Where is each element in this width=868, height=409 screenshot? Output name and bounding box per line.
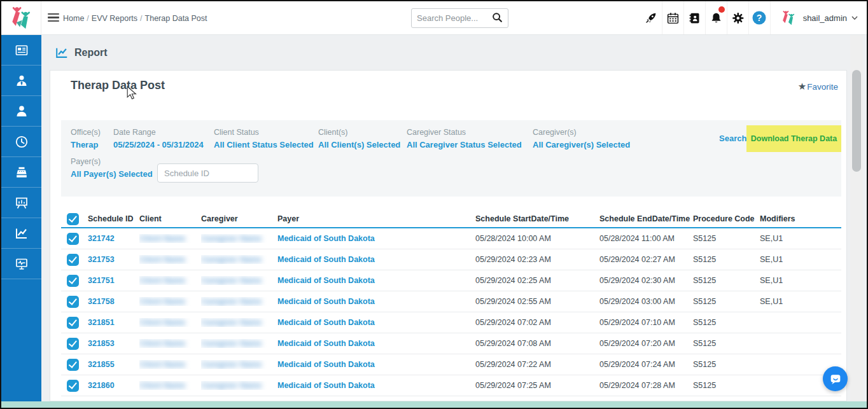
breadcrumb-current: Therap Data Post xyxy=(145,14,207,23)
user-menu[interactable]: shail_admin xyxy=(770,1,862,34)
chat-launcher-button[interactable] xyxy=(823,366,848,391)
settings-gear-icon[interactable] xyxy=(727,1,748,34)
favorite-star-icon: ★ xyxy=(798,81,806,92)
schedule-id-link[interactable]: 321753 xyxy=(88,255,139,264)
table-row: 321851Client NameCaregiver NameMedicaid … xyxy=(61,312,841,333)
menu-hamburger-icon[interactable] xyxy=(48,13,59,22)
procedure-code-cell: S5125 xyxy=(693,234,760,243)
col-payer: Payer xyxy=(277,214,475,223)
app-logo[interactable] xyxy=(1,1,41,34)
filter-panel: Office(s) Therap Date Range 05/25/2024 -… xyxy=(61,120,841,197)
filter-payers-value[interactable]: All Payer(s) Selected xyxy=(71,169,153,179)
sidebar-item-clients[interactable] xyxy=(1,96,41,127)
filter-caregivers-value[interactable]: All Caregiver(s) Selected xyxy=(533,140,630,149)
caregiver-cell-redacted: Caregiver Name xyxy=(201,339,262,348)
page-title: Therap Data Post xyxy=(71,79,165,92)
schedule-start-cell: 05/29/2024 02:23 AM xyxy=(475,255,599,264)
schedule-id-link[interactable]: 321860 xyxy=(88,381,139,390)
schedule-end-cell: 05/29/2024 07:20 AM xyxy=(599,339,693,348)
search-icon[interactable] xyxy=(491,11,503,25)
sidebar-item-scheduling[interactable] xyxy=(1,127,41,157)
topbar: Home/EVV Reports/Therap Data Post xyxy=(1,1,867,35)
filter-caregiver-status-value[interactable]: All Caregiver Status Selected xyxy=(407,140,522,149)
search-people-input[interactable] xyxy=(417,13,491,23)
schedule-id-link[interactable]: 321742 xyxy=(88,234,139,243)
col-modifiers: Modifiers xyxy=(760,214,841,223)
topbar-actions: ? shail_admin xyxy=(640,1,862,34)
col-start: Schedule StartDate/Time xyxy=(475,214,599,223)
bottom-accent-strip xyxy=(1,401,867,408)
payer-link[interactable]: Medicaid of South Dakota xyxy=(277,339,475,348)
download-therap-data-button[interactable]: Download Therap Data xyxy=(746,125,841,152)
payer-link[interactable]: Medicaid of South Dakota xyxy=(277,276,475,285)
training-board-icon xyxy=(14,195,29,211)
favorite-button[interactable]: ★ Favorite xyxy=(798,81,838,92)
caregiver-cell-redacted: Caregiver Name xyxy=(201,234,262,243)
row-checkbox[interactable] xyxy=(67,296,79,308)
row-checkbox[interactable] xyxy=(67,338,79,350)
procedure-code-cell: S5125 xyxy=(693,276,760,285)
breadcrumb-evv-reports[interactable]: EVV Reports xyxy=(92,14,137,23)
caregiver-cell: Caregiver Name xyxy=(201,360,277,369)
table-row: 321855Client NameCaregiver NameMedicaid … xyxy=(61,354,841,375)
col-caregiver: Caregiver xyxy=(201,214,277,223)
payer-link[interactable]: Medicaid of South Dakota xyxy=(277,381,475,390)
calendar-icon[interactable] xyxy=(662,1,683,34)
sidebar-item-reports[interactable] xyxy=(1,218,41,249)
page-scrollbar[interactable] xyxy=(850,35,863,401)
section-title: Report xyxy=(74,47,108,59)
contacts-book-icon[interactable] xyxy=(683,1,705,34)
modifiers-cell: SE,U1 xyxy=(760,276,841,285)
payer-link[interactable]: Medicaid of South Dakota xyxy=(277,234,475,243)
filter-client-status-value[interactable]: All Client Status Selected xyxy=(214,140,314,149)
row-checkbox[interactable] xyxy=(67,254,79,266)
modifiers-cell: SE,U1 xyxy=(760,234,841,243)
username-label: shail_admin xyxy=(803,13,847,23)
scrollbar-thumb[interactable] xyxy=(852,70,861,172)
filter-offices-value[interactable]: Therap xyxy=(71,140,101,149)
sidebar-item-caregivers[interactable] xyxy=(1,66,41,96)
table-header-row: Schedule ID Client Caregiver Payer Sched… xyxy=(61,211,841,228)
schedule-id-input[interactable] xyxy=(157,163,258,183)
chevron-down-icon xyxy=(851,16,858,20)
row-checkbox[interactable] xyxy=(67,380,79,392)
schedule-id-link[interactable]: 321751 xyxy=(88,276,139,285)
row-checkbox[interactable] xyxy=(67,233,79,245)
sidebar-item-billing[interactable] xyxy=(1,157,41,188)
payer-link[interactable]: Medicaid of South Dakota xyxy=(277,297,475,306)
payer-link[interactable]: Medicaid of South Dakota xyxy=(277,360,475,369)
scheduling-clock-icon xyxy=(14,134,29,149)
filter-date-range-value[interactable]: 05/25/2024 - 05/31/2024 xyxy=(113,140,204,149)
sidebar-item-training[interactable] xyxy=(1,188,41,218)
search-button[interactable]: Search xyxy=(719,134,746,143)
caregiver-cell: Caregiver Name xyxy=(201,276,277,285)
schedule-id-link[interactable]: 321851 xyxy=(88,318,139,327)
table-row: 321758Client NameCaregiver NameMedicaid … xyxy=(61,291,841,312)
payer-link[interactable]: Medicaid of South Dakota xyxy=(277,255,475,264)
schedule-id-link[interactable]: 321758 xyxy=(88,297,139,306)
caregiver-cell: Caregiver Name xyxy=(201,297,277,306)
caregiver-cell-redacted: Caregiver Name xyxy=(201,360,262,369)
client-cell-redacted: Client Name xyxy=(139,381,185,390)
launch-rocket-icon[interactable] xyxy=(640,1,662,34)
payer-link[interactable]: Medicaid of South Dakota xyxy=(277,318,475,327)
svg-text:?: ? xyxy=(757,13,762,23)
sidebar-item-dashboard[interactable] xyxy=(1,35,41,66)
breadcrumb-home[interactable]: Home xyxy=(63,14,84,23)
schedule-start-cell: 05/29/2024 02:25 AM xyxy=(475,276,599,285)
caregiver-cell: Caregiver Name xyxy=(201,381,277,390)
filter-clients-value[interactable]: All Client(s) Selected xyxy=(318,140,400,149)
row-checkbox[interactable] xyxy=(67,275,79,287)
schedule-id-link[interactable]: 321853 xyxy=(88,339,139,348)
notifications-bell-icon[interactable] xyxy=(705,1,727,34)
select-all-checkbox[interactable] xyxy=(67,213,79,225)
clients-icon xyxy=(14,104,29,119)
sidebar-item-monitoring[interactable] xyxy=(1,249,41,279)
row-checkbox[interactable] xyxy=(67,359,79,371)
filter-caregiver-status: Caregiver Status All Caregiver Status Se… xyxy=(407,128,522,149)
monitoring-screen-icon xyxy=(14,256,29,272)
row-checkbox[interactable] xyxy=(67,317,79,329)
schedule-id-link[interactable]: 321855 xyxy=(88,360,139,369)
help-icon[interactable]: ? xyxy=(748,1,770,34)
schedule-start-cell: 05/29/2024 07:02 AM xyxy=(475,318,599,327)
